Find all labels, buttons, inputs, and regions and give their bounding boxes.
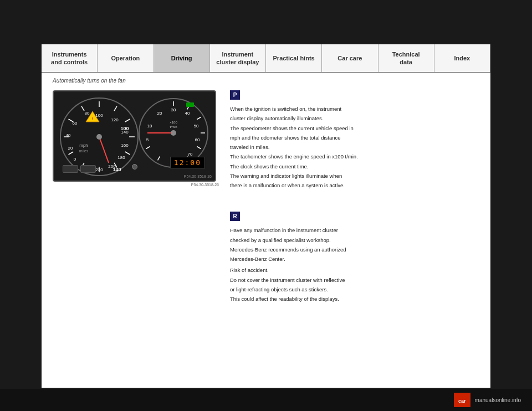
svg-text:40: 40 bbox=[66, 133, 71, 138]
digital-clock: 12:00 bbox=[170, 157, 205, 168]
nav-technical-data[interactable]: Technicaldata bbox=[378, 44, 434, 72]
content-area: Instruments and controls Operation Drivi… bbox=[42, 44, 490, 388]
watermark-logo: car bbox=[454, 393, 470, 407]
r-line-5: Risk of accident. bbox=[230, 266, 479, 274]
r-line-3: Mercedes-Benz recommends using an author… bbox=[230, 246, 479, 254]
svg-text:180: 180 bbox=[117, 155, 125, 160]
watermark-url: manualsonline.info bbox=[475, 397, 521, 403]
svg-point-14 bbox=[96, 134, 102, 140]
svg-text:80: 80 bbox=[85, 111, 90, 116]
p-line-3: The speedometer shows the current vehicl… bbox=[230, 125, 479, 132]
spacer bbox=[230, 195, 479, 212]
svg-text:miles: miles bbox=[79, 149, 89, 153]
p-line-1: When the ignition is switched on, the in… bbox=[230, 105, 479, 113]
svg-text:!: ! bbox=[92, 116, 94, 121]
bottom-buttons bbox=[63, 165, 96, 173]
svg-text:100: 100 bbox=[95, 113, 103, 118]
nav-label: Practical hints bbox=[273, 54, 315, 62]
image-reference: P54.30-3518-26 bbox=[184, 174, 212, 178]
nav-label: Technicaldata bbox=[392, 50, 420, 66]
main-content: Automatically turns on the fan bbox=[42, 73, 490, 313]
svg-text:220: 220 bbox=[95, 167, 103, 172]
r-line-8: This could affect the readability of the… bbox=[230, 295, 479, 303]
r-line-1: Have any malfunction in the instrument c… bbox=[230, 227, 479, 234]
content-layout: 100 120 140 80 60 40 20 0 160 180 200 22… bbox=[53, 90, 479, 309]
nav-label: Instrumentcluster display bbox=[216, 50, 259, 66]
svg-text:40: 40 bbox=[185, 111, 190, 116]
svg-text:t/min: t/min bbox=[170, 125, 177, 129]
svg-text:100: 100 bbox=[120, 126, 129, 131]
nav-driving[interactable]: Driving bbox=[154, 44, 210, 72]
knob-indicator bbox=[132, 164, 137, 169]
nav-instrument-cluster-display[interactable]: Instrumentcluster display bbox=[210, 44, 266, 72]
p-line-8: The warning and indicator lights illumin… bbox=[230, 172, 479, 180]
text-content: P When the ignition is switched on, the … bbox=[230, 90, 479, 309]
svg-text:60: 60 bbox=[195, 137, 200, 142]
instrument-image: 100 120 140 80 60 40 20 0 160 180 200 22… bbox=[53, 90, 216, 182]
nav-label: Index bbox=[454, 54, 470, 62]
svg-text:120: 120 bbox=[111, 117, 119, 122]
r-line-6: Do not cover the instrument cluster with… bbox=[230, 276, 479, 284]
r-section: R Have any malfunction in the instrument… bbox=[230, 212, 479, 303]
p-marker: P bbox=[230, 90, 240, 100]
instrument-panel: 100 120 140 80 60 40 20 0 160 180 200 22… bbox=[53, 90, 219, 309]
p-line-5: traveled in miles. bbox=[230, 143, 479, 151]
nav-label: Driving bbox=[171, 54, 192, 62]
nav-operation[interactable]: Operation bbox=[98, 44, 154, 72]
svg-text:50: 50 bbox=[194, 124, 199, 129]
svg-text:160: 160 bbox=[121, 143, 129, 148]
r-marker: R bbox=[230, 212, 240, 221]
image-ref-caption: P54.30-3518-26 bbox=[53, 183, 219, 187]
p-line-6: The tachometer shows the engine speed in… bbox=[230, 153, 479, 161]
svg-text:140: 140 bbox=[112, 167, 121, 172]
svg-text:70: 70 bbox=[188, 152, 193, 157]
p-line-7: The clock shows the current time. bbox=[230, 163, 479, 171]
svg-text:5: 5 bbox=[146, 137, 149, 142]
svg-text:mph: mph bbox=[79, 143, 88, 148]
svg-text:30: 30 bbox=[171, 107, 176, 112]
svg-point-44 bbox=[171, 130, 176, 136]
r-line-2: checked by a qualified specialist worksh… bbox=[230, 237, 479, 244]
nav-index[interactable]: Index bbox=[434, 44, 490, 72]
watermark-brand: car bbox=[458, 398, 466, 404]
svg-text:0: 0 bbox=[74, 157, 76, 162]
nav-practical-hints[interactable]: Practical hints bbox=[266, 44, 322, 72]
r-line-4: Mercedes-Benz Center. bbox=[230, 255, 479, 263]
svg-text:60: 60 bbox=[73, 121, 78, 126]
section-title: Automatically turns on the fan bbox=[53, 78, 479, 84]
p-line-2: cluster display automatically illuminate… bbox=[230, 115, 479, 122]
nav-instruments-and-controls[interactable]: Instruments and controls bbox=[42, 44, 98, 72]
nav-label: Car care bbox=[337, 54, 362, 62]
watermark-container: car manualsonline.info bbox=[454, 393, 521, 407]
button-right[interactable] bbox=[80, 165, 96, 173]
svg-text:×100: ×100 bbox=[170, 121, 177, 124]
navigation-bar: Instruments and controls Operation Drivi… bbox=[42, 44, 490, 73]
p-section: P When the ignition is switched on, the … bbox=[230, 90, 479, 189]
p-line-4: mph and the odometer shows the total dis… bbox=[230, 134, 479, 142]
r-line-7: or light-refracting objects such as stic… bbox=[230, 286, 479, 294]
nav-label: Operation bbox=[111, 54, 140, 62]
bottom-bar: car manualsonline.info bbox=[0, 389, 532, 411]
svg-text:10: 10 bbox=[147, 124, 152, 129]
button-left[interactable] bbox=[63, 165, 78, 173]
nav-label: Instruments and controls bbox=[47, 50, 91, 66]
svg-text:20: 20 bbox=[68, 146, 73, 151]
nav-car-care[interactable]: Car care bbox=[322, 44, 378, 72]
p-line-9: there is a malfunction or when a system … bbox=[230, 182, 479, 189]
svg-text:20: 20 bbox=[157, 111, 162, 116]
svg-rect-55 bbox=[186, 102, 194, 107]
